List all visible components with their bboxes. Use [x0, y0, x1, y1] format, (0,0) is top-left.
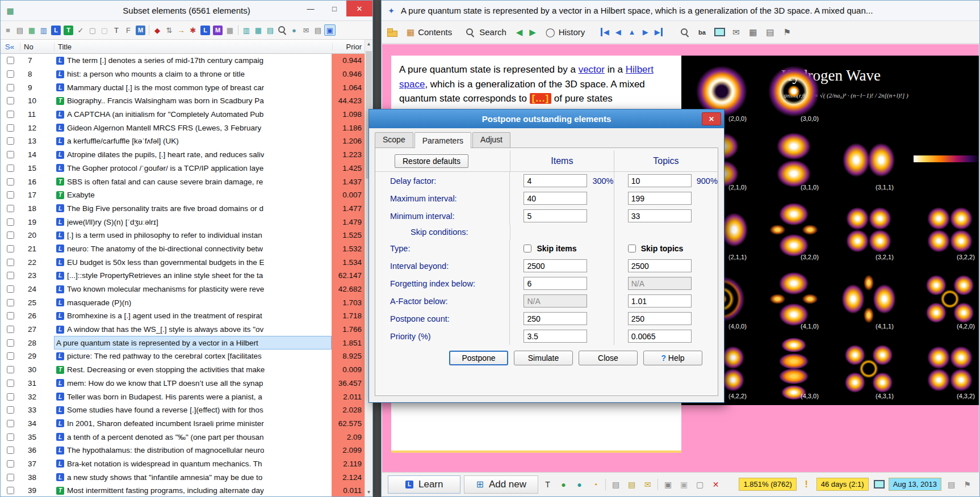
list-item[interactable]: 15LThe Gopher protocol /ˈgoufər/ is a TC…	[1, 162, 365, 175]
tag-icon[interactable]: ⚑	[781, 26, 793, 39]
row-checkbox[interactable]	[7, 245, 14, 252]
priority-chip[interactable]: 1.851% (8762)	[739, 478, 796, 491]
menu-icon[interactable]: ≡	[2, 24, 14, 36]
parent-element-icon[interactable]: ▲	[626, 28, 637, 36]
layout-icon[interactable]: ▤	[14, 24, 26, 36]
item-filter-icon[interactable]: L	[51, 26, 61, 35]
row-checkbox[interactable]	[7, 57, 14, 64]
row-checkbox[interactable]	[7, 218, 14, 226]
row-checkbox[interactable]	[7, 205, 14, 212]
check-icon[interactable]: ✓	[75, 24, 86, 36]
row-checkbox[interactable]	[7, 393, 14, 401]
items-input[interactable]	[523, 259, 587, 272]
items-input[interactable]	[523, 192, 587, 205]
list-item[interactable]: 16TSBS is often fatal and can cause seve…	[1, 175, 365, 188]
clock-icon[interactable]: ◔	[589, 478, 601, 490]
concept-icon[interactable]: M	[136, 26, 145, 35]
row-checkbox[interactable]	[7, 447, 14, 454]
title-cell[interactable]: Lneuro: The anatomy of the bi-directiona…	[54, 242, 332, 256]
column-header-select[interactable]: S«	[1, 43, 20, 51]
list-item[interactable]: 25Lmasquerade (P)(n)1.703	[1, 296, 365, 309]
forward-icon[interactable]: ▶	[527, 27, 538, 37]
row-checkbox[interactable]	[7, 259, 14, 266]
items-input[interactable]	[523, 277, 587, 290]
view-grid-icon[interactable]: ▦	[253, 24, 264, 36]
list-item[interactable]: 28A pure quantum state is represented by…	[1, 336, 365, 349]
topics-input[interactable]	[628, 312, 692, 325]
list-item[interactable]: 27LA window that has the WS_[.] style is…	[1, 323, 365, 336]
globe-icon[interactable]: ●	[573, 478, 585, 490]
list-item[interactable]: 37LBra-ket notation is widespread in qua…	[1, 457, 365, 471]
title-cell[interactable]: LAtropine dilates the pupils, [.] heart …	[54, 148, 332, 162]
list-item[interactable]: 11LA CAPTCHA (an initialism for "Complet…	[1, 108, 365, 121]
row-checkbox[interactable]	[7, 420, 14, 427]
list-item[interactable]: 7LThe term [.] denotes a series of mid-1…	[1, 54, 365, 68]
item-icon[interactable]: L	[200, 26, 210, 35]
export-icon[interactable]: →	[175, 24, 187, 36]
search-button[interactable]: Search	[460, 24, 511, 41]
checkbox-icon[interactable]: ▢	[87, 24, 98, 36]
title-cell[interactable]: LA window that has the WS_[.] style is a…	[54, 323, 332, 336]
row-checkbox[interactable]	[7, 151, 14, 158]
display-icon[interactable]	[873, 478, 885, 490]
view-list-icon[interactable]: ▤	[265, 24, 276, 36]
mail-icon[interactable]: ✉	[730, 26, 742, 39]
items-input[interactable]	[523, 330, 587, 343]
list-item[interactable]: 26LBromhexine is a [.] agent used in the…	[1, 309, 365, 323]
row-checkbox[interactable]	[7, 111, 14, 118]
date-chip[interactable]: Aug 13, 2013	[889, 478, 941, 491]
simulate-button[interactable]: Simulate	[514, 351, 573, 365]
text-format-icon[interactable]: T	[111, 24, 122, 36]
list-item[interactable]: 21Lneuro: The anatomy of the bi-directio…	[1, 242, 365, 256]
topics-input[interactable]	[628, 209, 692, 222]
title-cell[interactable]: LGideon Algernon Mantell MRCS FRS (Lewes…	[54, 121, 332, 134]
list-header[interactable]: S« No Title Prior	[1, 40, 372, 54]
list-item[interactable]: 8Lhist: a person who mounts a claim to a…	[1, 68, 365, 81]
search-icon[interactable]	[277, 24, 288, 36]
columns-icon[interactable]: ▥	[38, 24, 49, 36]
previous-element-icon[interactable]: ◀	[613, 28, 623, 36]
title-cell[interactable]: La new study shows that "infantile amnes…	[54, 470, 332, 484]
text-format-icon[interactable]: T	[542, 478, 554, 490]
concept-group-icon[interactable]: M	[213, 26, 223, 35]
tab-scope[interactable]: Scope	[375, 132, 413, 148]
row-checkbox[interactable]	[7, 326, 14, 333]
title-cell[interactable]: LThe Big Five personality traits are fiv…	[54, 202, 332, 216]
leaf-icon[interactable]: ●	[558, 478, 569, 490]
row-checkbox[interactable]	[7, 178, 14, 186]
learn-drill-icon[interactable]: ◆	[152, 24, 163, 36]
paste-icon[interactable]: ▤	[610, 478, 622, 490]
topics-skip-checkbox[interactable]	[628, 245, 636, 252]
list-item[interactable]: 23L[...]::style PropertyRetrieves an inl…	[1, 269, 365, 283]
column-header-prior[interactable]: Prior	[332, 43, 365, 51]
browser-titlebar[interactable]: ▦ Subset elements (6561 elements) — □ ✕	[1, 1, 372, 21]
title-cell[interactable]: Lmasquerade (P)(n)	[54, 296, 332, 309]
print-icon[interactable]: ▤	[945, 478, 957, 490]
title-cell[interactable]: LMammary ductal [.] is the most common t…	[54, 81, 332, 94]
process-icon[interactable]: ✱	[187, 24, 199, 36]
template-icon[interactable]: F	[123, 24, 134, 36]
vector-link[interactable]: vector	[579, 64, 605, 75]
row-checkbox[interactable]	[7, 474, 14, 481]
help-button[interactable]: ? Help	[643, 351, 702, 365]
row-checkbox[interactable]	[7, 231, 14, 239]
scroll-up-icon[interactable]: ▲	[365, 40, 372, 48]
list-item[interactable]: 20L[.] is a term used in philosophy to r…	[1, 229, 365, 242]
list-item[interactable]: 14LAtropine dilates the pupils, [.] hear…	[1, 148, 365, 162]
row-checkbox[interactable]	[7, 137, 14, 145]
row-checkbox[interactable]	[7, 70, 14, 78]
title-cell[interactable]: LTeller was born in Budapest. His parent…	[54, 390, 332, 403]
row-checkbox[interactable]	[7, 406, 14, 414]
row-checkbox[interactable]	[7, 299, 14, 306]
topics-input[interactable]	[628, 174, 692, 187]
title-cell[interactable]: L[...]::style PropertyRetrieves an inlin…	[54, 269, 332, 283]
title-cell[interactable]: LBra-ket notation is widespread in quant…	[54, 457, 332, 471]
duplicate-icon[interactable]: ▣	[678, 478, 690, 490]
items-skip-checkbox[interactable]	[523, 245, 531, 252]
topics-input[interactable]	[628, 330, 692, 343]
row-checkbox[interactable]	[7, 165, 14, 172]
window-icon[interactable]: ▢	[694, 478, 706, 490]
title-cell[interactable]: TBiography.. Francis Walsingham was born…	[54, 94, 332, 108]
spreadsheet-icon[interactable]: ▦	[26, 24, 37, 36]
element-menu-icon[interactable]	[386, 26, 399, 39]
